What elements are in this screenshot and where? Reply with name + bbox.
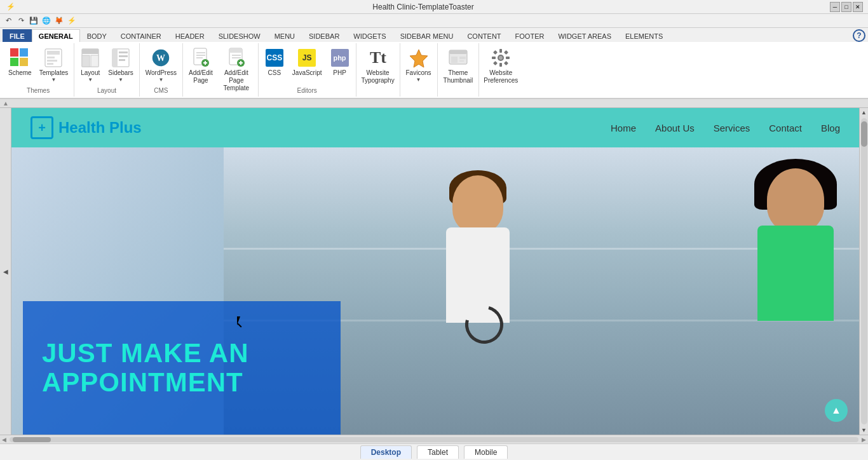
browser-icon[interactable]: 🌐 — [41, 15, 52, 27]
canvas-scrollbar-right[interactable]: ▲ ▼ — [859, 108, 868, 435]
css-icon: CSS — [264, 48, 285, 68]
ribbon-body: Scheme Templates ▼ Themes — [0, 42, 868, 99]
ribbon-section-typography: Tt WebsiteTypography — [356, 43, 400, 97]
tab-menu[interactable]: MENU — [268, 29, 302, 42]
logo-icon: + — [31, 116, 53, 139]
svg-rect-10 — [82, 49, 98, 54]
wordpress-icon: W — [151, 48, 171, 68]
tab-mobile[interactable]: Mobile — [464, 445, 508, 459]
save-icon[interactable]: 💾 — [28, 15, 39, 27]
templates-dropdown-arrow: ▼ — [51, 77, 57, 83]
horizontal-thumb[interactable] — [13, 437, 51, 442]
scroll-right-arrow[interactable]: ▶ — [860, 436, 868, 443]
layout-section-label: Layout — [77, 87, 136, 95]
add-edit-template-label: Add/Edit PageTemplate — [220, 69, 252, 92]
svg-text:W: W — [156, 53, 165, 63]
wp-icon[interactable]: ⚡ — [66, 15, 78, 27]
horizontal-track[interactable] — [10, 437, 858, 442]
templates-icon — [43, 48, 64, 68]
javascript-label: JavaScript — [292, 69, 322, 77]
scrollbar-track[interactable] — [861, 118, 867, 424]
add-edit-page-button[interactable]: Add/EditPage — [186, 46, 216, 86]
help-button[interactable]: ? — [853, 29, 865, 42]
ribbon-section-themes: Scheme Templates ▼ Themes — [3, 43, 74, 97]
nav-link-blog[interactable]: Blog — [821, 123, 840, 133]
tab-desktop[interactable]: Desktop — [360, 445, 412, 459]
ribbon-section-preferences: WebsitePreferences — [479, 43, 522, 97]
hero-title-line2: APPOINTMENT — [42, 367, 243, 397]
layout-icon — [80, 48, 100, 68]
tab-container[interactable]: CONTAINER — [114, 29, 168, 42]
window-controls[interactable]: ─ □ ✕ — [830, 2, 863, 12]
add-edit-template-button[interactable]: Add/Edit PageTemplate — [217, 46, 255, 94]
tab-sidebar-menu[interactable]: SIDEBAR MENU — [393, 29, 461, 42]
tab-widgets[interactable]: WIDGETS — [346, 29, 393, 42]
website-typography-button[interactable]: Tt WebsiteTypography — [359, 46, 397, 86]
maximize-button[interactable]: □ — [841, 2, 851, 12]
site-nav: + Health Plus Home About Us Services Con… — [11, 108, 859, 147]
tab-tablet[interactable]: Tablet — [417, 445, 459, 459]
tab-general[interactable]: GENERAL — [32, 29, 80, 42]
svg-rect-44 — [499, 49, 502, 53]
website-preferences-button[interactable]: WebsitePreferences — [482, 46, 520, 86]
scroll-left-arrow[interactable]: ◀ — [0, 436, 8, 443]
layout-label: Layout — [81, 69, 100, 77]
firefox-icon[interactable]: 🦊 — [53, 15, 65, 27]
redo-icon[interactable]: ↷ — [15, 15, 27, 27]
layout-dropdown-arrow: ▼ — [88, 77, 93, 83]
undo-icon[interactable]: ↶ — [3, 15, 14, 27]
php-label: PHP — [333, 69, 346, 77]
horizontal-scrollbar[interactable]: ◀ ▶ — [0, 435, 868, 443]
tab-body[interactable]: BODY — [80, 29, 114, 42]
nav-link-home[interactable]: Home — [611, 123, 636, 133]
close-button[interactable]: ✕ — [853, 2, 863, 12]
tab-slideshow[interactable]: SLIDESHOW — [212, 29, 268, 42]
scroll-to-top-button[interactable]: ▲ — [825, 399, 848, 422]
canvas-scroll-top: ▲ — [0, 99, 868, 108]
preferences-items: WebsitePreferences — [482, 44, 520, 93]
ribbon-section-pages: Add/EditPage Add/Edit PageTemplate — [183, 43, 259, 97]
hero-section: JUST MAKE AN APPOINTMENT ▲ — [11, 147, 859, 435]
svg-rect-50 — [493, 61, 498, 65]
nav-link-contact[interactable]: Contact — [769, 123, 802, 133]
cms-items: W WordPress ▼ — [142, 44, 180, 86]
editors-items: CSS CSS JS JavaScript php PHP — [261, 44, 353, 86]
editors-section-label: Editors — [261, 87, 353, 95]
tab-header[interactable]: HEADER — [168, 29, 212, 42]
tab-widget-areas[interactable]: WIDGET AREAS — [551, 29, 618, 42]
nav-link-services[interactable]: Services — [714, 123, 750, 133]
hero-title: JUST MAKE AN APPOINTMENT — [42, 339, 322, 397]
hero-overlay: JUST MAKE AN APPOINTMENT — [23, 301, 341, 435]
svg-rect-51 — [504, 61, 508, 65]
wordpress-button[interactable]: W WordPress ▼ — [142, 46, 180, 85]
nav-link-about[interactable]: About Us — [655, 123, 695, 133]
scroll-up-arrow[interactable]: ▲ — [860, 108, 868, 117]
tab-footer[interactable]: FOOTER — [508, 29, 552, 42]
svg-rect-16 — [119, 55, 128, 57]
favicons-dropdown-arrow: ▼ — [416, 77, 421, 83]
typography-items: Tt WebsiteTypography — [359, 44, 397, 93]
themes-section-label: Themes — [5, 87, 71, 95]
scrollbar-thumb[interactable] — [861, 121, 867, 147]
tab-file[interactable]: FILE — [3, 29, 32, 42]
typography-section-label — [359, 94, 397, 95]
css-button[interactable]: CSS CSS — [261, 46, 288, 79]
tab-sidebar[interactable]: SIDEBAR — [302, 29, 346, 42]
tab-content[interactable]: CONTENT — [460, 29, 508, 42]
canvas-sidebar-toggle[interactable]: ◀ — [0, 108, 11, 435]
svg-point-43 — [499, 56, 503, 60]
pages-section-label — [186, 95, 255, 97]
templates-button[interactable]: Templates ▼ — [36, 46, 72, 85]
scheme-button[interactable]: Scheme — [5, 46, 35, 79]
favicons-button[interactable]: Favicons ▼ — [403, 46, 435, 85]
tab-elements[interactable]: ELEMENTS — [618, 29, 670, 42]
scroll-down-arrow[interactable]: ▼ — [860, 426, 868, 435]
theme-thumbnail-button[interactable]: ThemeThumbnail — [440, 46, 477, 86]
ribbon-section-favicons: Favicons ▼ — [400, 43, 438, 97]
sidebars-button[interactable]: Sidebars ▼ — [105, 46, 136, 85]
svg-rect-40 — [459, 57, 466, 59]
javascript-button[interactable]: JS JavaScript — [289, 46, 325, 79]
layout-button[interactable]: Layout ▼ — [77, 46, 104, 85]
php-button[interactable]: php PHP — [327, 46, 353, 79]
minimize-button[interactable]: ─ — [830, 2, 840, 12]
